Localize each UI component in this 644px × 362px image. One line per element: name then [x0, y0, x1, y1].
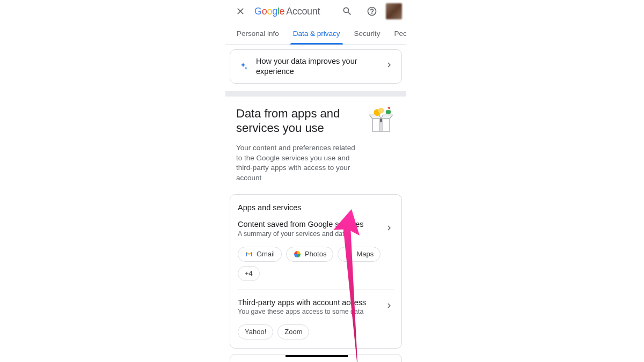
svg-rect-4: [386, 110, 391, 114]
chip-label: Zoom: [284, 328, 302, 336]
chevron-right-icon: [384, 301, 394, 313]
section-title: Data from apps and services you use: [236, 106, 361, 136]
chip-maps[interactable]: Maps: [338, 247, 380, 262]
content-saved-row[interactable]: Content saved from Google services A sum…: [230, 214, 401, 241]
chip-label: Yahoo!: [245, 328, 266, 336]
chip-photos[interactable]: Photos: [286, 247, 333, 262]
close-button[interactable]: [230, 1, 251, 22]
section-header: Data from apps and services you use Your…: [225, 97, 406, 190]
third-party-row[interactable]: Third-party apps with account access You…: [230, 290, 401, 319]
section-divider: [225, 91, 406, 97]
tab-security[interactable]: Security: [347, 23, 387, 45]
redaction-bar: [286, 355, 348, 357]
improve-experience-card: How your data improves your experience: [230, 49, 402, 84]
tab-people[interactable]: People: [387, 23, 406, 45]
phone-viewport: Google Account Interested in learning mo…: [225, 0, 406, 362]
chip--4[interactable]: +4: [238, 266, 260, 281]
improve-title: How your data improves your experience: [256, 56, 377, 77]
chip-zoom[interactable]: Zoom: [277, 324, 309, 339]
apps-services-card: Apps and services Content saved from Goo…: [230, 194, 402, 349]
box-illustration-icon: [367, 106, 396, 135]
search-icon: [342, 6, 353, 17]
brand-suffix: Account: [286, 6, 320, 17]
help-button[interactable]: [361, 1, 383, 22]
search-button[interactable]: [336, 1, 358, 22]
chip-label: Maps: [356, 250, 374, 258]
photos-icon: [293, 250, 302, 258]
tabs-bar: Personal infoData & privacySecurityPeopl…: [225, 23, 406, 45]
improve-experience-row[interactable]: How your data improves your experience: [230, 50, 401, 83]
apps-group-title: Apps and services: [230, 195, 401, 214]
service-chips: GmailPhotosMaps+4: [230, 241, 401, 290]
maps-icon: [345, 250, 353, 258]
chevron-right-icon: [384, 223, 394, 235]
gmail-icon: [245, 250, 253, 258]
avatar[interactable]: [386, 3, 402, 19]
chip-label: +4: [245, 269, 253, 277]
third-party-title: Third-party apps with account access: [238, 298, 377, 308]
brand-logo: Google Account: [254, 6, 320, 17]
sparkle-icon: [238, 61, 248, 72]
svg-point-5: [389, 107, 391, 109]
help-icon: [367, 6, 377, 17]
tab-personal-info[interactable]: Personal info: [230, 23, 286, 45]
content-saved-title: Content saved from Google services: [238, 219, 377, 230]
svg-point-6: [348, 252, 350, 254]
app-header: Google Account: [225, 0, 406, 23]
content-saved-sub: A summary of your services and data: [238, 230, 377, 239]
chip-gmail[interactable]: Gmail: [238, 247, 282, 262]
chevron-right-icon: [384, 60, 394, 72]
svg-point-3: [378, 107, 384, 113]
third-party-chips: Yahoo!Zoom: [230, 319, 401, 348]
third-party-sub: You gave these apps access to some data: [238, 307, 377, 317]
section-desc: Your content and preferences related to …: [236, 143, 361, 184]
chip-yahoo-[interactable]: Yahoo!: [238, 324, 273, 339]
chip-label: Gmail: [257, 250, 275, 258]
chip-label: Photos: [305, 250, 326, 258]
close-icon: [235, 6, 246, 17]
tab-data-privacy[interactable]: Data & privacy: [286, 23, 347, 45]
